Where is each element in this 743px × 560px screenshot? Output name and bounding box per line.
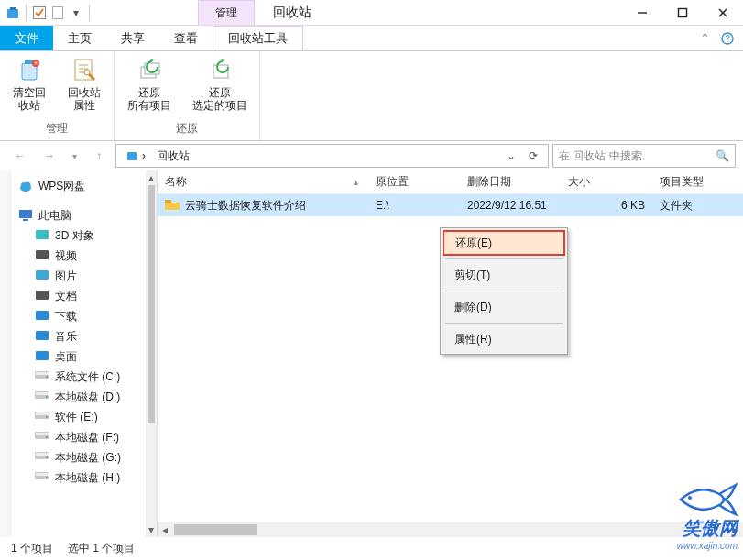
search-input[interactable]: 在 回收站 中搜索 🔍 bbox=[552, 144, 736, 168]
tree-wps-netdisk[interactable]: WPS网盘 bbox=[11, 176, 157, 196]
svg-point-51 bbox=[46, 477, 48, 478]
ribbon-group-manage: 清空回 收站 回收站 属性 管理 bbox=[0, 51, 115, 140]
svg-rect-5 bbox=[679, 8, 687, 16]
nav-history-dropdown[interactable]: ▾ bbox=[66, 145, 82, 167]
svg-rect-27 bbox=[36, 230, 49, 239]
breadcrumb-root[interactable]: › bbox=[120, 149, 151, 162]
left-gutter bbox=[0, 170, 11, 537]
svg-rect-3 bbox=[53, 6, 63, 18]
ribbon-collapse[interactable]: ⌃ ? bbox=[691, 26, 743, 50]
quick-access-toolbar: ▾ bbox=[0, 0, 97, 25]
ribbon: 清空回 收站 回收站 属性 管理 还原 所有项目 还原 选定的项目 还原 bbox=[0, 51, 743, 141]
tree-item[interactable]: 桌面 bbox=[11, 346, 157, 367]
nav-up-button[interactable]: ↑ bbox=[86, 145, 112, 167]
svg-text:?: ? bbox=[725, 34, 730, 44]
menu-restore[interactable]: 还原(E) bbox=[443, 231, 564, 255]
tab-view[interactable]: 查看 bbox=[159, 26, 213, 50]
tree-item[interactable]: 本地磁盘 (G:) bbox=[11, 447, 157, 467]
tree-item[interactable]: 软件 (E:) bbox=[11, 407, 157, 427]
tree-this-pc[interactable]: 此电脑 bbox=[11, 205, 157, 225]
svg-rect-0 bbox=[7, 9, 18, 18]
scroll-thumb[interactable] bbox=[148, 185, 155, 423]
help-icon[interactable]: ? bbox=[721, 32, 734, 45]
drive-icon bbox=[35, 470, 49, 485]
file-row[interactable]: 云骑士数据恢复软件介绍 E:\ 2022/9/12 16:51 6 KB 文件夹 bbox=[158, 194, 743, 216]
empty-recycle-bin-button[interactable]: 清空回 收站 bbox=[9, 55, 49, 119]
properties-icon bbox=[70, 55, 99, 84]
list-horizontal-scrollbar[interactable]: ◂ ▸ bbox=[158, 522, 743, 537]
tree-scrollbar[interactable]: ▴ ▾ bbox=[146, 170, 157, 537]
maximize-button[interactable] bbox=[662, 0, 703, 25]
tab-share[interactable]: 共享 bbox=[106, 26, 159, 50]
svg-point-39 bbox=[46, 396, 48, 398]
tree-item[interactable]: 文档 bbox=[11, 286, 157, 306]
menu-separator bbox=[445, 323, 563, 324]
col-size[interactable]: 大小 bbox=[561, 170, 652, 193]
checked-box-icon[interactable] bbox=[32, 5, 47, 20]
qat-dropdown-icon[interactable]: ▾ bbox=[69, 5, 83, 20]
nav-forward-button[interactable]: → bbox=[37, 145, 62, 167]
chevron-up-icon: ⌃ bbox=[700, 31, 710, 45]
col-item-type[interactable]: 项目类型 bbox=[652, 170, 743, 193]
svg-point-24 bbox=[25, 182, 31, 189]
tree-item[interactable]: 本地磁盘 (D:) bbox=[11, 387, 157, 407]
nav-tree: WPS网盘 此电脑 3D 对象视频图片文档下载音乐桌面系统文件 (C:)本地磁盘… bbox=[11, 170, 158, 537]
status-selected-count: 选中 1 个项目 bbox=[68, 541, 135, 556]
tree-item[interactable]: 音乐 bbox=[11, 326, 157, 346]
recycle-bin-properties-button[interactable]: 回收站 属性 bbox=[64, 55, 104, 119]
col-original-location[interactable]: 原位置 bbox=[368, 170, 460, 193]
cloud-icon bbox=[18, 179, 33, 193]
svg-rect-32 bbox=[36, 331, 49, 340]
watermark: 笑傲网 www.xajin.com bbox=[672, 481, 738, 551]
svg-point-17 bbox=[84, 70, 90, 75]
menu-properties[interactable]: 属性(R) bbox=[443, 327, 564, 351]
restore-selected-button[interactable]: 还原 选定的项目 bbox=[190, 55, 250, 119]
tree-item[interactable]: 下载 bbox=[11, 306, 157, 326]
scroll-down-icon[interactable]: ▾ bbox=[146, 522, 157, 537]
svg-rect-21 bbox=[127, 152, 137, 160]
folder-icon bbox=[35, 269, 49, 283]
folder-icon bbox=[35, 228, 49, 243]
search-placeholder: 在 回收站 中搜索 bbox=[559, 148, 716, 164]
svg-rect-29 bbox=[36, 270, 49, 280]
tab-file[interactable]: 文件 bbox=[0, 26, 53, 50]
col-date-deleted[interactable]: 删除日期 bbox=[460, 170, 561, 193]
tab-home[interactable]: 主页 bbox=[53, 26, 106, 50]
folder-icon bbox=[35, 329, 49, 344]
tree-item[interactable]: 本地磁盘 (F:) bbox=[11, 427, 157, 447]
close-button[interactable] bbox=[703, 0, 743, 25]
tree-item[interactable]: 本地磁盘 (H:) bbox=[11, 467, 157, 488]
scroll-thumb[interactable] bbox=[174, 524, 257, 535]
address-dropdown-icon[interactable]: ⌄ bbox=[500, 149, 522, 162]
svg-rect-47 bbox=[36, 453, 49, 456]
window-title: 回收站 bbox=[255, 0, 330, 25]
tree-item[interactable]: 图片 bbox=[11, 266, 157, 286]
recycle-bin-icon bbox=[126, 149, 138, 162]
svg-rect-31 bbox=[36, 311, 49, 320]
menu-delete[interactable]: 删除(D) bbox=[443, 295, 564, 319]
folder-icon bbox=[35, 289, 49, 303]
column-headers: 名称▲ 原位置 删除日期 大小 项目类型 bbox=[158, 170, 743, 194]
svg-rect-28 bbox=[36, 250, 49, 259]
drive-icon bbox=[35, 390, 49, 404]
scroll-up-icon[interactable]: ▴ bbox=[146, 170, 157, 185]
scroll-left-icon[interactable]: ◂ bbox=[158, 523, 172, 536]
menu-cut[interactable]: 剪切(T) bbox=[443, 263, 564, 287]
tree-item[interactable]: 系统文件 (C:) bbox=[11, 367, 157, 387]
tree-item[interactable]: 3D 对象 bbox=[11, 225, 157, 246]
restore-all-button[interactable]: 还原 所有项目 bbox=[124, 55, 175, 119]
refresh-button[interactable]: ⟳ bbox=[522, 149, 544, 162]
minimize-button[interactable] bbox=[622, 0, 662, 25]
ribbon-tabs: 文件 主页 共享 查看 回收站工具 ⌃ ? bbox=[0, 26, 743, 51]
svg-rect-38 bbox=[36, 392, 49, 395]
tree-item[interactable]: 视频 bbox=[11, 246, 157, 266]
empty-bin-label: 清空回 收站 bbox=[13, 86, 46, 112]
col-name[interactable]: 名称▲ bbox=[158, 170, 368, 193]
blank-doc-icon[interactable] bbox=[50, 5, 65, 20]
svg-point-53 bbox=[688, 496, 692, 500]
svg-rect-30 bbox=[36, 291, 49, 300]
nav-back-button[interactable]: ← bbox=[7, 145, 33, 167]
address-bar[interactable]: › 回收站 ⌄ ⟳ bbox=[115, 144, 549, 168]
tab-recyclebin-tools[interactable]: 回收站工具 bbox=[213, 26, 303, 50]
breadcrumb-current[interactable]: 回收站 bbox=[151, 148, 195, 164]
